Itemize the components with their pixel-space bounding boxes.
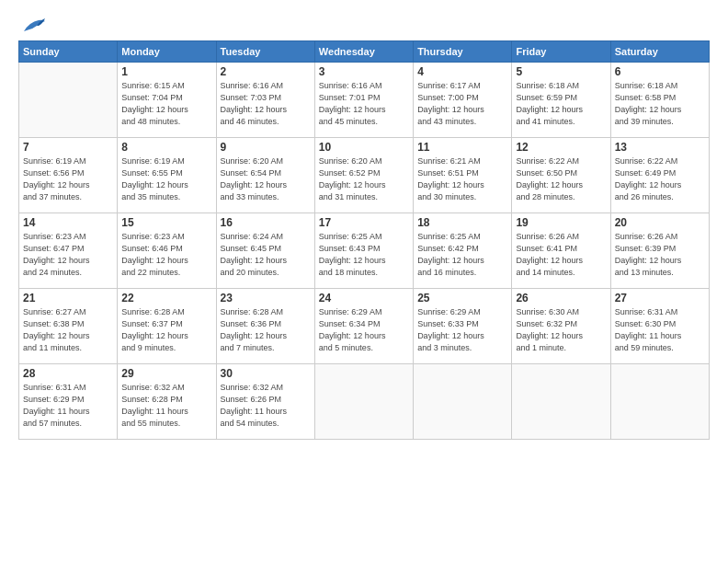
page: Sunday Monday Tuesday Wednesday Thursday… [0,0,728,563]
header [18,15,710,31]
day-number: 30 [221,367,311,380]
logo [18,15,46,31]
table-row: 26Sunrise: 6:30 AMSunset: 6:32 PMDayligh… [512,289,610,364]
table-row: 25Sunrise: 6:29 AMSunset: 6:33 PMDayligh… [414,289,512,364]
calendar-header-row: Sunday Monday Tuesday Wednesday Thursday… [19,41,710,63]
col-wednesday: Wednesday [314,41,413,63]
day-number: 4 [417,65,507,78]
calendar-table: Sunday Monday Tuesday Wednesday Thursday… [18,40,710,440]
day-number: 24 [319,292,409,304]
day-info: Sunrise: 6:20 AMSunset: 6:52 PMDaylight:… [319,155,409,203]
table-row: 16Sunrise: 6:24 AMSunset: 6:45 PMDayligh… [216,213,314,289]
table-row: 3Sunrise: 6:16 AMSunset: 7:01 PMDaylight… [314,63,413,138]
day-info: Sunrise: 6:21 AMSunset: 6:51 PMDaylight:… [417,155,507,203]
day-number: 16 [221,216,311,229]
day-info: Sunrise: 6:29 AMSunset: 6:33 PMDaylight:… [417,306,507,354]
day-info: Sunrise: 6:31 AMSunset: 6:30 PMDaylight:… [615,306,705,354]
day-number: 10 [319,141,409,154]
day-number: 12 [516,141,606,154]
table-row: 30Sunrise: 6:32 AMSunset: 6:26 PMDayligh… [216,364,314,440]
table-row: 20Sunrise: 6:26 AMSunset: 6:39 PMDayligh… [610,213,709,289]
table-row: 8Sunrise: 6:19 AMSunset: 6:55 PMDaylight… [118,138,216,213]
table-row: 29Sunrise: 6:32 AMSunset: 6:28 PMDayligh… [118,364,216,440]
day-number: 19 [516,216,606,229]
day-number: 26 [516,292,606,304]
calendar-week-row: 21Sunrise: 6:27 AMSunset: 6:38 PMDayligh… [19,289,710,364]
day-number: 25 [417,292,507,304]
table-row: 22Sunrise: 6:28 AMSunset: 6:37 PMDayligh… [118,289,216,364]
calendar-week-row: 14Sunrise: 6:23 AMSunset: 6:47 PMDayligh… [19,213,710,289]
day-info: Sunrise: 6:22 AMSunset: 6:50 PMDaylight:… [516,155,606,203]
day-info: Sunrise: 6:28 AMSunset: 6:37 PMDaylight:… [121,306,211,354]
col-friday: Friday [512,41,610,63]
table-row: 15Sunrise: 6:23 AMSunset: 6:46 PMDayligh… [118,213,216,289]
day-number: 18 [417,216,507,229]
day-number: 13 [615,141,705,154]
table-row: 14Sunrise: 6:23 AMSunset: 6:47 PMDayligh… [19,213,118,289]
day-info: Sunrise: 6:17 AMSunset: 7:00 PMDaylight:… [417,80,507,128]
table-row [414,364,512,440]
table-row: 4Sunrise: 6:17 AMSunset: 7:00 PMDaylight… [414,63,512,138]
col-saturday: Saturday [610,41,709,63]
day-number: 9 [221,141,311,154]
day-info: Sunrise: 6:32 AMSunset: 6:28 PMDaylight:… [121,382,211,430]
day-info: Sunrise: 6:32 AMSunset: 6:26 PMDaylight:… [221,382,311,430]
table-row: 9Sunrise: 6:20 AMSunset: 6:54 PMDaylight… [216,138,314,213]
day-info: Sunrise: 6:20 AMSunset: 6:54 PMDaylight:… [221,155,311,203]
table-row: 10Sunrise: 6:20 AMSunset: 6:52 PMDayligh… [314,138,413,213]
day-info: Sunrise: 6:18 AMSunset: 6:59 PMDaylight:… [516,80,606,128]
table-row: 24Sunrise: 6:29 AMSunset: 6:34 PMDayligh… [314,289,413,364]
calendar-week-row: 7Sunrise: 6:19 AMSunset: 6:56 PMDaylight… [19,138,710,213]
day-info: Sunrise: 6:19 AMSunset: 6:56 PMDaylight:… [23,155,113,203]
table-row: 1Sunrise: 6:15 AMSunset: 7:04 PMDaylight… [118,63,216,138]
table-row: 11Sunrise: 6:21 AMSunset: 6:51 PMDayligh… [414,138,512,213]
day-info: Sunrise: 6:27 AMSunset: 6:38 PMDaylight:… [23,306,113,354]
table-row: 5Sunrise: 6:18 AMSunset: 6:59 PMDaylight… [512,63,610,138]
day-info: Sunrise: 6:23 AMSunset: 6:46 PMDaylight:… [121,231,211,279]
day-info: Sunrise: 6:30 AMSunset: 6:32 PMDaylight:… [516,306,606,354]
day-number: 6 [615,65,705,78]
table-row [512,364,610,440]
day-number: 29 [121,367,211,380]
day-info: Sunrise: 6:18 AMSunset: 6:58 PMDaylight:… [615,80,705,128]
calendar-week-row: 1Sunrise: 6:15 AMSunset: 7:04 PMDaylight… [19,63,710,138]
table-row: 18Sunrise: 6:25 AMSunset: 6:42 PMDayligh… [414,213,512,289]
day-number: 7 [23,141,113,154]
day-number: 28 [23,367,113,380]
table-row: 28Sunrise: 6:31 AMSunset: 6:29 PMDayligh… [19,364,118,440]
table-row: 12Sunrise: 6:22 AMSunset: 6:50 PMDayligh… [512,138,610,213]
table-row: 13Sunrise: 6:22 AMSunset: 6:49 PMDayligh… [610,138,709,213]
table-row: 21Sunrise: 6:27 AMSunset: 6:38 PMDayligh… [19,289,118,364]
table-row: 6Sunrise: 6:18 AMSunset: 6:58 PMDaylight… [610,63,709,138]
day-info: Sunrise: 6:16 AMSunset: 7:03 PMDaylight:… [221,80,311,128]
day-info: Sunrise: 6:26 AMSunset: 6:39 PMDaylight:… [615,231,705,279]
day-info: Sunrise: 6:26 AMSunset: 6:41 PMDaylight:… [516,231,606,279]
day-number: 15 [121,216,211,229]
table-row: 17Sunrise: 6:25 AMSunset: 6:43 PMDayligh… [314,213,413,289]
day-info: Sunrise: 6:29 AMSunset: 6:34 PMDaylight:… [319,306,409,354]
day-number: 2 [221,65,311,78]
day-number: 3 [319,65,409,78]
day-number: 20 [615,216,705,229]
col-sunday: Sunday [19,41,118,63]
day-info: Sunrise: 6:28 AMSunset: 6:36 PMDaylight:… [221,306,311,354]
table-row: 19Sunrise: 6:26 AMSunset: 6:41 PMDayligh… [512,213,610,289]
day-number: 1 [121,65,211,78]
day-info: Sunrise: 6:24 AMSunset: 6:45 PMDaylight:… [221,231,311,279]
table-row: 2Sunrise: 6:16 AMSunset: 7:03 PMDaylight… [216,63,314,138]
day-info: Sunrise: 6:25 AMSunset: 6:43 PMDaylight:… [319,231,409,279]
col-tuesday: Tuesday [216,41,314,63]
day-info: Sunrise: 6:25 AMSunset: 6:42 PMDaylight:… [417,231,507,279]
day-number: 8 [121,141,211,154]
day-number: 5 [516,65,606,78]
day-number: 11 [417,141,507,154]
col-thursday: Thursday [414,41,512,63]
col-monday: Monday [118,41,216,63]
day-info: Sunrise: 6:23 AMSunset: 6:47 PMDaylight:… [23,231,113,279]
table-row [19,63,118,138]
day-number: 23 [221,292,311,304]
table-row: 27Sunrise: 6:31 AMSunset: 6:30 PMDayligh… [610,289,709,364]
table-row [314,364,413,440]
day-info: Sunrise: 6:31 AMSunset: 6:29 PMDaylight:… [23,382,113,430]
day-number: 27 [615,292,705,304]
